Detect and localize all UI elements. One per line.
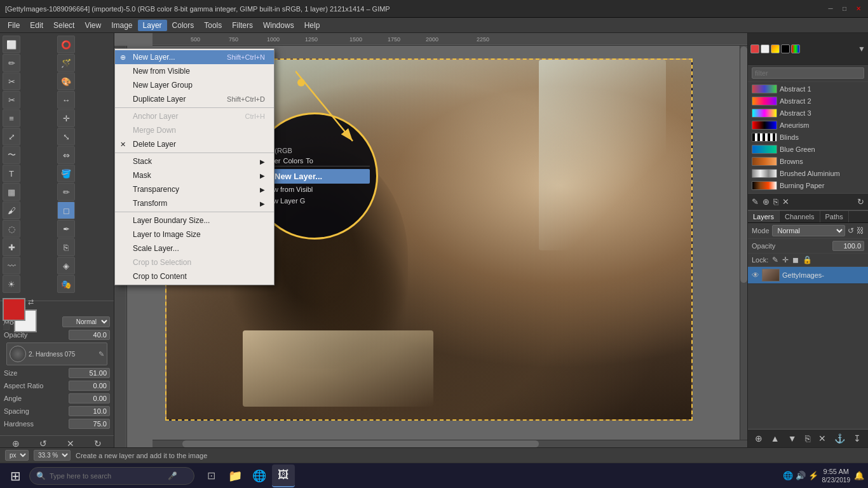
tool-fuzzy-select[interactable]: 🪄 bbox=[57, 54, 75, 72]
aspect-value[interactable]: 0.00 bbox=[69, 381, 110, 391]
hardness-value[interactable]: 75.0 bbox=[69, 419, 110, 429]
tool-airbrush[interactable]: ◌ bbox=[3, 220, 20, 238]
tool-smudge[interactable]: 〰 bbox=[3, 257, 20, 274]
tool-settings-icon[interactable]: ↻ bbox=[94, 438, 102, 449]
anchor-layer-btn[interactable]: ⚓ bbox=[832, 432, 847, 445]
size-value[interactable]: 51.00 bbox=[69, 368, 110, 378]
lower-layer-btn[interactable]: ▼ bbox=[786, 432, 799, 445]
duplicate-layer-btn[interactable]: ⎘ bbox=[803, 432, 812, 445]
menu-mask[interactable]: Mask ▶ bbox=[115, 168, 274, 182]
tool-unified-transform[interactable]: ⤢ bbox=[3, 128, 20, 146]
tool-bucket-fill[interactable]: 🪣 bbox=[57, 165, 75, 182]
layer-row-main[interactable]: 👁 GettyImages- bbox=[748, 267, 868, 284]
tool-blend[interactable]: ▦ bbox=[3, 183, 20, 201]
right-panel-settings-icon[interactable]: ▼ bbox=[858, 44, 865, 53]
opacity-value-layers[interactable]: 100.0 bbox=[832, 241, 864, 251]
tool-flip[interactable]: ⇔ bbox=[57, 146, 75, 164]
menu-layer-boundary-size[interactable]: Layer Boundary Size... bbox=[115, 214, 274, 227]
color-swatch-5[interactable] bbox=[791, 44, 800, 53]
color-swatch-3[interactable] bbox=[771, 44, 780, 53]
voice-icon[interactable]: 🎤 bbox=[168, 471, 177, 480]
foreground-color[interactable] bbox=[3, 298, 25, 321]
search-bar[interactable]: 🔍 🎤 bbox=[29, 467, 194, 485]
tool-rect-select[interactable]: ⬜ bbox=[3, 36, 20, 53]
gradient-browns[interactable]: Browns bbox=[749, 156, 867, 167]
tool-align[interactable]: ≡ bbox=[3, 109, 20, 127]
maximize-button[interactable]: □ bbox=[840, 4, 849, 13]
menu-view[interactable]: View bbox=[79, 20, 106, 31]
gradient-abstract2[interactable]: Abstract 2 bbox=[749, 95, 867, 107]
tool-crop[interactable]: ✂ bbox=[3, 91, 20, 109]
lock-pixels-icon[interactable]: ✎ bbox=[772, 255, 778, 264]
gradient-abstract1[interactable]: Abstract 1 bbox=[749, 83, 867, 95]
reset-colors-icon[interactable]: ⬛ bbox=[3, 323, 10, 330]
vertical-scrollbar[interactable] bbox=[740, 46, 747, 440]
raise-layer-btn[interactable]: ▲ bbox=[769, 432, 782, 445]
color-fg-swatch[interactable] bbox=[750, 44, 759, 53]
layer-visibility-icon[interactable]: 👁 bbox=[752, 271, 759, 280]
menu-windows[interactable]: Windows bbox=[258, 20, 299, 31]
mode-chain-icon[interactable]: ⛓ bbox=[857, 226, 864, 235]
horizontal-scrollbar[interactable] bbox=[153, 440, 747, 447]
new-image-icon[interactable]: ⊕ bbox=[12, 438, 20, 449]
delete-layer-btn[interactable]: ✕ bbox=[817, 432, 828, 445]
canvas-area[interactable]: 500 750 1000 1250 1500 1750 2000 2250 bbox=[114, 33, 747, 447]
tab-paths[interactable]: Paths bbox=[820, 211, 849, 222]
menu-new-from-visible[interactable]: New from Visible bbox=[115, 64, 274, 78]
color-bg-swatch[interactable] bbox=[761, 44, 770, 53]
tool-scissors[interactable]: ✂ bbox=[3, 72, 20, 90]
merge-visible-btn[interactable]: ↧ bbox=[851, 432, 863, 445]
tool-paintbrush[interactable]: 🖌 bbox=[3, 201, 20, 219]
swap-colors-icon[interactable]: ⇄ bbox=[28, 298, 34, 306]
mode-select-layers[interactable]: Normal bbox=[772, 225, 845, 236]
opacity-value-tool[interactable]: 40.0 bbox=[69, 330, 110, 340]
gradient-brushed[interactable]: Brushed Aluminium bbox=[749, 168, 867, 179]
menu-select[interactable]: Select bbox=[48, 20, 79, 31]
tool-ink[interactable]: ✒ bbox=[57, 220, 75, 238]
minimize-button[interactable]: ─ bbox=[826, 4, 835, 13]
menu-image[interactable]: Image bbox=[106, 20, 137, 31]
taskbar-chrome[interactable]: 🌐 bbox=[248, 464, 271, 487]
tool-color-select[interactable]: 🎨 bbox=[57, 72, 75, 90]
menu-transparency[interactable]: Transparency ▶ bbox=[115, 182, 274, 196]
tool-sharpen[interactable]: ◈ bbox=[57, 257, 75, 274]
menu-edit[interactable]: Edit bbox=[25, 20, 48, 31]
menu-new-layer[interactable]: ⊕ New Layer... Shift+Ctrl+N bbox=[115, 50, 274, 64]
tool-pencil[interactable]: ✏ bbox=[57, 183, 75, 201]
zoom-select[interactable]: 33.3 % bbox=[34, 450, 71, 461]
notification-icon[interactable]: 🔔 bbox=[854, 471, 864, 480]
tool-move[interactable]: ✛ bbox=[57, 109, 75, 127]
delete-gradient-icon[interactable]: ✕ bbox=[781, 196, 790, 208]
gradient-aneurism[interactable]: Aneurism bbox=[749, 119, 867, 131]
taskbar-explorer[interactable]: 📁 bbox=[224, 464, 247, 487]
clock[interactable]: 9:55 AM 8/23/2019 bbox=[822, 467, 851, 484]
tab-layers[interactable]: Layers bbox=[748, 211, 780, 222]
filter-input[interactable] bbox=[752, 67, 864, 79]
tab-channels[interactable]: Channels bbox=[780, 211, 820, 222]
gradient-abstract3[interactable]: Abstract 3 bbox=[749, 107, 867, 119]
menu-transform[interactable]: Transform ▶ bbox=[115, 196, 274, 210]
refresh-gradient-icon[interactable]: ↻ bbox=[856, 196, 865, 208]
tool-scale[interactable]: ⤡ bbox=[57, 128, 75, 146]
menu-file[interactable]: File bbox=[3, 20, 25, 31]
taskview-button[interactable]: ⊡ bbox=[200, 464, 222, 487]
menu-layer-to-image-size[interactable]: Layer to Image Size bbox=[115, 227, 274, 241]
menu-scale-layer[interactable]: Scale Layer... bbox=[115, 241, 274, 255]
tool-free-select[interactable]: ✏ bbox=[3, 54, 20, 72]
new-layer-btn[interactable]: ⊕ bbox=[753, 432, 764, 445]
menu-layer[interactable]: Layer bbox=[138, 20, 167, 31]
network-icon[interactable]: 🌐 bbox=[783, 471, 793, 480]
menu-new-layer-group[interactable]: New Layer Group bbox=[115, 78, 274, 92]
tool-dodge-burn[interactable]: ☀ bbox=[3, 275, 20, 293]
taskbar-gimp[interactable]: 🖼 bbox=[272, 464, 295, 487]
tool-transform[interactable]: ↔ bbox=[57, 91, 75, 109]
color-swatch-4[interactable] bbox=[781, 44, 790, 53]
new-gradient-icon[interactable]: ⊕ bbox=[761, 196, 771, 208]
mode-select[interactable]: Normal bbox=[62, 316, 110, 327]
close-button[interactable]: ✕ bbox=[854, 4, 863, 13]
gradient-blinds[interactable]: Blinds bbox=[749, 132, 867, 143]
angle-value[interactable]: 0.00 bbox=[69, 393, 110, 403]
brush-edit-icon[interactable]: ✎ bbox=[98, 350, 104, 358]
duplicate-gradient-icon[interactable]: ⎘ bbox=[772, 196, 780, 208]
menu-tools[interactable]: Tools bbox=[199, 20, 227, 31]
